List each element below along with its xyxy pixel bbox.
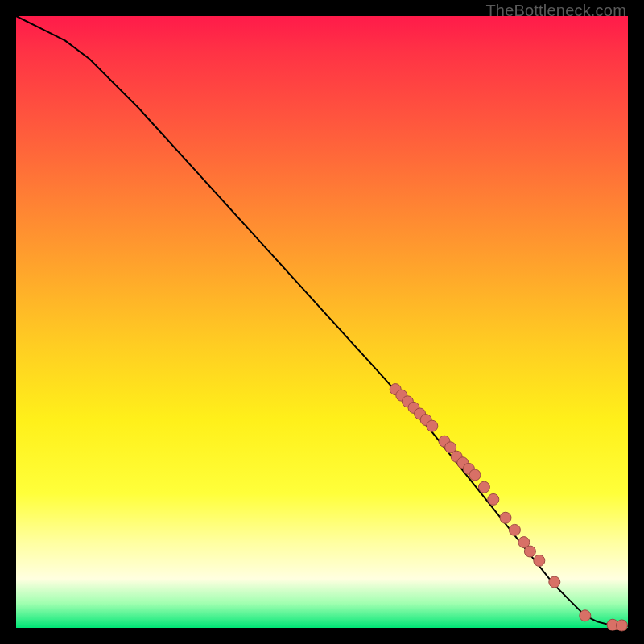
- data-point-marker: [488, 493, 499, 505]
- data-point-marker: [524, 546, 535, 557]
- data-point-marker: [534, 555, 545, 566]
- chart-plot: [16, 16, 628, 628]
- data-point-marker: [509, 524, 520, 535]
- data-point-marker: [469, 469, 481, 481]
- data-point-marker: [549, 576, 560, 588]
- data-point-marker: [478, 481, 489, 493]
- data-point-marker: [500, 512, 511, 523]
- data-point-marker: [580, 610, 591, 621]
- data-point-marker: [427, 420, 438, 431]
- bottleneck-curve: [16, 16, 628, 626]
- data-point-marker: [616, 620, 627, 631]
- highlighted-points-group: [390, 384, 627, 631]
